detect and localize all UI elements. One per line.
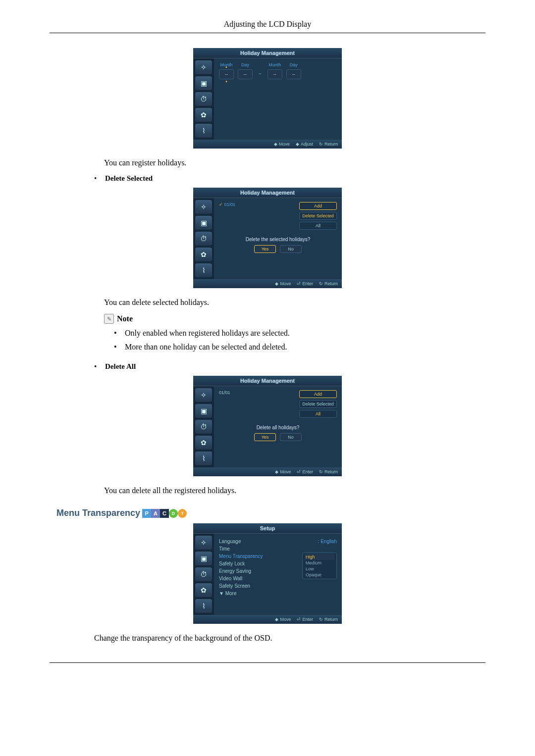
bullet-icon: •: [94, 174, 105, 183]
yes-button[interactable]: Yes: [254, 433, 276, 441]
text-register-holidays: You can register holidays.: [104, 158, 485, 167]
side-icon-setup[interactable]: ✿: [195, 248, 212, 261]
note-item: More than one holiday can be selected an…: [125, 343, 287, 352]
end-month-field[interactable]: --: [268, 69, 282, 79]
side-icon-setup[interactable]: ✿: [195, 436, 212, 450]
side-icon-picture[interactable]: ▣: [195, 216, 212, 230]
bullet-delete-selected: Delete Selected: [105, 174, 153, 183]
submenu-medium[interactable]: Medium: [305, 560, 334, 566]
osd-title: Setup: [193, 523, 342, 534]
section-menu-transparency: Menu Transparency: [56, 508, 140, 518]
footer-move: Move: [275, 469, 291, 474]
osd-title: Holiday Management: [193, 188, 342, 198]
bullet-icon: •: [114, 329, 125, 338]
footer-return: Return: [319, 617, 338, 622]
side-icon-multi[interactable]: ⌇: [195, 599, 212, 613]
no-button[interactable]: No: [280, 433, 302, 441]
badge-a-icon: A: [151, 509, 160, 518]
setup-language-value: : English: [318, 539, 337, 544]
label-day: Day: [241, 62, 249, 67]
osd-sidebar: ✧ ▣ ⏱ ✿ ⌇: [193, 198, 214, 279]
page-footer-rule: [50, 662, 485, 663]
side-icon-multi[interactable]: ⌇: [195, 263, 212, 277]
add-button[interactable]: Add: [299, 390, 337, 398]
note-item: Only enabled when registered holidays ar…: [125, 329, 290, 338]
side-icon-picture[interactable]: ▣: [195, 404, 212, 418]
delete-selected-button[interactable]: Delete Selected: [299, 400, 337, 408]
confirm-question: Delete all holidays?: [254, 425, 302, 430]
setup-language[interactable]: Language: [219, 539, 241, 544]
confirm-question: Delete the selected holidays?: [246, 237, 311, 242]
submenu-high[interactable]: High: [305, 554, 334, 560]
no-button[interactable]: No: [280, 245, 302, 253]
setup-time[interactable]: Time: [219, 546, 230, 552]
side-icon-time[interactable]: ⏱: [195, 420, 212, 434]
osd-title: Holiday Management: [193, 48, 342, 58]
osd-delete-selected: Holiday Management ✧ ▣ ⏱ ✿ ⌇ 01/01 Add D…: [193, 188, 342, 288]
setup-safety-lock[interactable]: Safety Lock: [219, 561, 245, 566]
delete-all-button[interactable]: All: [299, 222, 337, 230]
side-icon-multi[interactable]: ⌇: [195, 124, 212, 138]
footer-return: Return: [319, 469, 338, 474]
footer-adjust: Adjust: [296, 142, 313, 147]
side-icon-input[interactable]: ✧: [195, 60, 212, 74]
label-day-end: Day: [290, 62, 298, 67]
page-header: Adjusting the LCD Display: [50, 20, 485, 33]
side-icon-picture[interactable]: ▣: [195, 76, 212, 90]
osd-sidebar: ✧ ▣ ⏱ ✿ ⌇: [193, 386, 214, 467]
side-icon-time[interactable]: ⏱: [195, 92, 212, 106]
label-month-end: Month: [268, 62, 281, 67]
side-icon-time[interactable]: ⏱: [195, 567, 212, 581]
footer-return: Return: [319, 281, 338, 286]
side-icon-setup[interactable]: ✿: [195, 583, 212, 597]
yes-button[interactable]: Yes: [254, 245, 276, 253]
range-tilde: ~: [259, 71, 262, 77]
osd-setup: Setup ✧ ▣ ⏱ ✿ ⌇ Language: English Time M…: [193, 523, 342, 624]
badge-t-icon: T: [178, 509, 187, 518]
footer-enter: Enter: [297, 617, 313, 622]
side-icon-input[interactable]: ✧: [195, 388, 212, 402]
setup-menu-transparency[interactable]: Menu Transparency: [219, 554, 263, 559]
add-button[interactable]: Add: [299, 202, 337, 210]
osd-sidebar: ✧ ▣ ⏱ ✿ ⌇: [193, 58, 214, 140]
submenu-opaque[interactable]: Opaque: [305, 572, 334, 578]
osd-delete-all: Holiday Management ✧ ▣ ⏱ ✿ ⌇ 01/01 Add D…: [193, 376, 342, 476]
text-delete-all: You can delete all the registered holida…: [104, 486, 485, 495]
badge-d-icon: D: [169, 509, 178, 518]
start-month-field[interactable]: --: [219, 69, 234, 79]
setup-energy-saving[interactable]: Energy Saving: [219, 568, 251, 574]
footer-move: Move: [274, 142, 290, 147]
holiday-list-item[interactable]: 01/01: [219, 390, 230, 395]
side-icon-time[interactable]: ⏱: [195, 232, 212, 246]
delete-all-button[interactable]: All: [299, 410, 337, 418]
start-day-field[interactable]: --: [238, 69, 253, 79]
setup-video-wall[interactable]: Video Wall: [219, 576, 242, 581]
badge-c-icon: C: [160, 509, 169, 518]
footer-enter: Enter: [297, 281, 313, 286]
badge-p-icon: P: [142, 509, 151, 518]
bullet-icon: •: [94, 362, 105, 371]
side-icon-multi[interactable]: ⌇: [195, 452, 212, 465]
setup-more[interactable]: ▼ More: [219, 591, 236, 596]
side-icon-input[interactable]: ✧: [195, 536, 212, 550]
bullet-delete-all: Delete All: [105, 362, 136, 371]
delete-selected-button[interactable]: Delete Selected: [299, 212, 337, 220]
bullet-icon: •: [114, 343, 125, 352]
side-icon-picture[interactable]: ▣: [195, 552, 212, 565]
note-label: Note: [117, 314, 133, 323]
holiday-list-item[interactable]: 01/01: [219, 202, 235, 207]
side-icon-input[interactable]: ✧: [195, 200, 212, 214]
footer-move: Move: [275, 281, 291, 286]
footer-move: Move: [275, 617, 291, 622]
text-transparency: Change the transparency of the backgroun…: [94, 634, 485, 643]
footer-enter: Enter: [297, 469, 313, 474]
transparency-submenu: High Medium Low Opaque: [302, 553, 337, 579]
note-icon: ✎: [104, 314, 114, 324]
side-icon-setup[interactable]: ✿: [195, 108, 212, 122]
osd-holiday-add: Holiday Management ✧ ▣ ⏱ ✿ ⌇ Month -- Da…: [193, 48, 342, 149]
submenu-low[interactable]: Low: [305, 566, 334, 572]
text-delete-selected: You can delete selected holidays.: [104, 298, 485, 307]
setup-safety-screen[interactable]: Safety Screen: [219, 583, 250, 589]
end-day-field[interactable]: --: [286, 69, 301, 79]
osd-title: Holiday Management: [193, 376, 342, 386]
